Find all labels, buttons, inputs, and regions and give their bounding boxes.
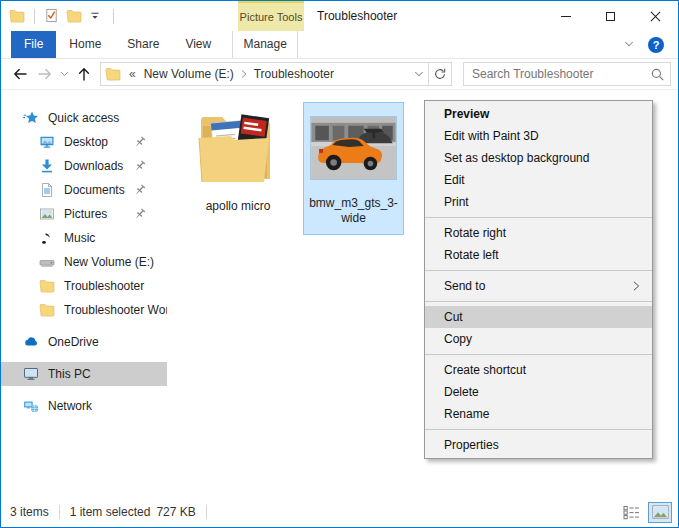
picture-tools-tab-group[interactable]: Picture Tools xyxy=(238,1,304,31)
submenu-chevron-icon xyxy=(629,279,643,293)
toolbar-divider xyxy=(34,9,35,24)
forward-button[interactable] xyxy=(33,62,57,86)
close-button[interactable] xyxy=(633,1,678,31)
collapse-ribbon-chevron-icon[interactable] xyxy=(622,37,638,53)
search-icon[interactable] xyxy=(644,67,670,82)
image-thumbnail xyxy=(310,116,397,180)
context-menu-item-rotate-left[interactable]: Rotate left xyxy=(425,244,652,266)
onedrive-icon xyxy=(23,334,39,350)
selection-size: 727 KB xyxy=(156,505,195,519)
context-menu-item-print[interactable]: Print xyxy=(425,191,652,213)
context-menu-item-cut[interactable]: Cut xyxy=(425,306,652,328)
context-menu-item-rotate-right[interactable]: Rotate right xyxy=(425,222,652,244)
file-tile-bmw-selected[interactable]: bmw_m3_gts_3-wide xyxy=(303,102,404,235)
sidebar-item-troubleshooter-wor[interactable]: Troubleshooter Wor xyxy=(1,298,167,322)
context-menu-item-create-shortcut[interactable]: Create shortcut xyxy=(425,359,652,381)
sidebar-item-this-pc[interactable]: This PC xyxy=(1,362,167,386)
picture-icon xyxy=(39,206,55,222)
breadcrumb-segment-troubleshooter[interactable]: Troubleshooter xyxy=(249,67,339,81)
minimize-button[interactable] xyxy=(543,1,588,31)
sidebar-item-label: Network xyxy=(48,399,92,413)
sidebar-item-documents[interactable]: Documents xyxy=(1,178,167,202)
details-view-icon[interactable] xyxy=(621,503,641,521)
sidebar-item-network[interactable]: Network xyxy=(1,394,167,418)
address-dropdown-chevron-icon[interactable] xyxy=(410,63,428,85)
explorer-window: Picture Tools Troubleshooter FileHomeSha… xyxy=(0,0,679,528)
context-menu-item-rename[interactable]: Rename xyxy=(425,403,652,425)
sidebar-item-label: Troubleshooter Wor xyxy=(64,303,167,317)
sidebar-item-label: Troubleshooter xyxy=(64,279,144,293)
quick-access-toolbar xyxy=(1,8,117,24)
tab-home[interactable]: Home xyxy=(56,31,114,58)
recent-locations-chevron-icon[interactable] xyxy=(58,62,71,86)
toolbar-divider xyxy=(113,9,114,24)
folder-icon xyxy=(39,278,55,294)
desktop-icon xyxy=(39,134,55,150)
close-icon xyxy=(650,11,661,22)
file-name: apollo micro xyxy=(206,199,271,214)
status-bar: 3 items 1 item selected 727 KB xyxy=(1,497,678,527)
breadcrumb-overflow-chevrons[interactable]: « xyxy=(126,67,139,81)
address-bar[interactable]: « New Volume (E:)Troubleshooter xyxy=(100,62,452,86)
selection-summary: 1 item selected xyxy=(70,505,151,519)
tab-share[interactable]: Share xyxy=(114,31,172,58)
sidebar-item-label: Quick access xyxy=(48,111,119,125)
status-divider xyxy=(206,505,207,519)
sidebar-item-music[interactable]: Music xyxy=(1,226,167,250)
status-divider xyxy=(59,505,60,519)
context-menu-item-preview[interactable]: Preview xyxy=(425,103,652,125)
window-controls xyxy=(543,1,678,31)
qat-new-folder-icon[interactable] xyxy=(66,8,82,24)
this-pc-icon xyxy=(23,366,39,382)
context-menu-item-edit-with-paint-3d[interactable]: Edit with Paint 3D xyxy=(425,125,652,147)
minimize-icon xyxy=(561,16,571,17)
music-icon xyxy=(39,230,55,246)
context-menu-separator xyxy=(425,429,652,430)
context-menu-item-edit[interactable]: Edit xyxy=(425,169,652,191)
sidebar-item-troubleshooter[interactable]: Troubleshooter xyxy=(1,274,167,298)
sidebar-item-onedrive[interactable]: OneDrive xyxy=(1,330,167,354)
qat-customize-icon[interactable] xyxy=(88,8,104,24)
file-name: bmw_m3_gts_3-wide xyxy=(305,196,403,226)
tab-file[interactable]: File xyxy=(11,31,56,58)
sidebar-item-label: Desktop xyxy=(64,135,108,149)
help-icon[interactable]: ? xyxy=(648,37,664,53)
pin-icon xyxy=(133,159,147,173)
breadcrumb-segment-new-volume-e[interactable]: New Volume (E:) xyxy=(139,67,239,81)
sidebar-item-downloads[interactable]: Downloads xyxy=(1,154,167,178)
pin-icon xyxy=(133,135,147,149)
navigation-bar: « New Volume (E:)Troubleshooter xyxy=(1,59,678,90)
search-input[interactable] xyxy=(464,67,644,81)
view-switcher xyxy=(621,502,678,523)
refresh-icon[interactable] xyxy=(428,63,451,85)
network-icon xyxy=(23,398,39,414)
folder-icon xyxy=(39,302,55,318)
sidebar-item-quick-access[interactable]: Quick access xyxy=(1,106,167,130)
context-menu-item-set-as-desktop-background[interactable]: Set as desktop background xyxy=(425,147,652,169)
up-button[interactable] xyxy=(72,62,96,86)
sidebar-item-label: New Volume (E:) xyxy=(64,255,154,269)
context-menu-item-copy[interactable]: Copy xyxy=(425,328,652,350)
file-tile-apollo-micro[interactable]: apollo micro xyxy=(187,102,289,214)
ribbon-tab-bar: FileHomeShareViewManage ? xyxy=(1,31,678,59)
context-menu-item-delete[interactable]: Delete xyxy=(425,381,652,403)
context-menu: PreviewEdit with Paint 3DSet as desktop … xyxy=(424,100,653,459)
downloads-icon xyxy=(39,158,55,174)
sidebar-item-new-volume-e[interactable]: New Volume (E:) xyxy=(1,250,167,274)
app-folder-icon xyxy=(9,8,25,24)
back-button[interactable] xyxy=(8,62,32,86)
ribbon-right-controls: ? xyxy=(622,31,678,58)
breadcrumb-separator-chevron-icon[interactable] xyxy=(239,69,249,79)
context-menu-item-send-to[interactable]: Send to xyxy=(425,275,652,297)
sidebar-item-pictures[interactable]: Pictures xyxy=(1,202,167,226)
drive-icon xyxy=(39,254,55,270)
large-icons-view-icon[interactable] xyxy=(648,502,672,523)
qat-properties-icon[interactable] xyxy=(44,8,60,24)
context-menu-item-properties[interactable]: Properties xyxy=(425,434,652,456)
tab-view[interactable]: View xyxy=(172,31,224,58)
tab-manage[interactable]: Manage xyxy=(232,31,298,58)
maximize-button[interactable] xyxy=(588,1,633,31)
items-count: 3 items xyxy=(10,505,49,519)
sidebar-item-label: Documents xyxy=(64,183,125,197)
sidebar-item-desktop[interactable]: Desktop xyxy=(1,130,167,154)
